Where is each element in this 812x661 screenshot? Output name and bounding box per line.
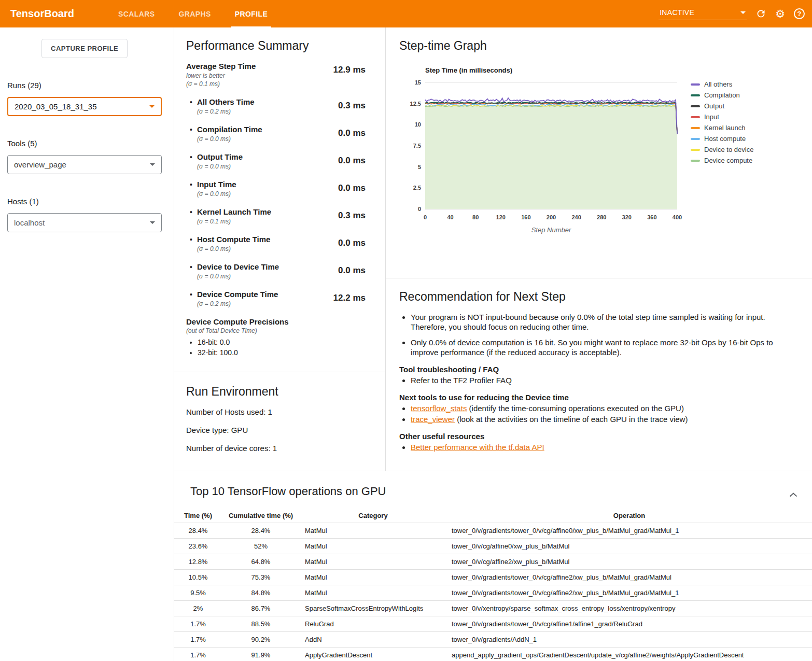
legend-item: Input (691, 111, 753, 122)
rec-link[interactable]: trace_viewer (411, 415, 455, 424)
performance-summary-list: • Average Step Time lower is better (σ =… (186, 61, 366, 308)
col-header-category: Category (300, 509, 446, 523)
hosts-select[interactable]: localhost (7, 213, 162, 232)
table-cell: tower_0/v/gradients/tower_0/v/cg/affine1… (446, 616, 812, 632)
table-cell: tower_0/v/xentropy/sparse_softmax_cross_… (446, 601, 812, 616)
recommendation-subsections: Tool troubleshooting / FAQ Refer to the … (399, 365, 791, 452)
table-row: 12.8%64.8%MatMultower_0/v/cg/affine2/xw_… (174, 554, 812, 570)
recommendation-title: Recommendation for Next Step (399, 290, 791, 304)
runs-select[interactable]: 2020_03_05_18_31_35 (7, 97, 162, 116)
step-time-graph-section: Step-time Graph Step Time (in millisecon… (386, 27, 812, 278)
col-header-operation: Operation (446, 509, 812, 523)
bullet-icon: • (186, 234, 197, 253)
capture-profile-button[interactable]: CAPTURE PROFILE (41, 39, 128, 58)
table-cell: ApplyGradientDescent (300, 648, 446, 661)
bullet-icon: • (186, 207, 197, 226)
bullet-icon: • (186, 179, 197, 198)
perf-item-sigma: (σ = 0.2 ms) (197, 107, 328, 116)
legend-label: Input (704, 113, 719, 121)
legend-item: Device compute (691, 155, 753, 166)
bullet-icon: • (186, 262, 197, 280)
app-title[interactable]: TensorBoard (10, 8, 74, 20)
perf-item-label: Input Time (197, 179, 328, 190)
table-cell: 28.4% (222, 523, 300, 539)
table-row: 23.6%52%MatMultower_0/v/cg/affine0/xw_pl… (174, 539, 812, 554)
rec-item-text: Refer to the TF2 Profiler FAQ (411, 376, 512, 385)
svg-text:360: 360 (647, 214, 656, 220)
svg-text:120: 120 (496, 214, 506, 220)
recommendation-section: Recommendation for Next Step Your progra… (386, 278, 812, 471)
table-cell: 1.7% (174, 648, 222, 661)
legend-label: All others (704, 80, 732, 88)
perf-item-value: 0.3 ms (328, 210, 366, 226)
svg-text:280: 280 (597, 214, 606, 220)
chevron-down-icon (149, 105, 155, 108)
table-cell: 1.7% (174, 616, 222, 632)
run-environment-section: Run Environment Number of Hosts used: 1D… (174, 372, 385, 471)
perf-item-sigma: (σ = 0.0 ms) (197, 162, 328, 171)
table-cell: MatMul (300, 554, 446, 570)
recommendation-bullets: Your program is NOT input-bound because … (399, 312, 791, 357)
settings-gear-icon[interactable]: ⚙ (775, 8, 785, 19)
tools-select[interactable]: overview_page (7, 155, 162, 174)
rec-item: tensorflow_stats (identify the time-cons… (411, 403, 791, 413)
perf-summary-item: • Device Compute Time (σ = 0.2 ms) 12.2 … (186, 289, 366, 308)
perf-summary-item: • Compilation Time (σ = 0.0 ms) 0.0 ms (186, 124, 366, 143)
table-cell: MatMul (300, 585, 446, 601)
svg-text:80: 80 (472, 214, 479, 220)
perf-item-label: Device to Device Time (197, 262, 328, 272)
col-header-cumulative: Cumulative time (%) (222, 509, 300, 523)
table-cell: tower_0/v/gradients/tower_0/v/cg/affine2… (446, 585, 812, 601)
bullet-icon: • (186, 97, 197, 116)
rec-link[interactable]: tensorflow_stats (411, 404, 467, 413)
table-header-row: Time (%) Cumulative time (%) Category Op… (174, 509, 812, 523)
performance-summary-section: Performance Summary • Average Step Time … (174, 27, 385, 372)
rec-section: Tool troubleshooting / FAQ Refer to the … (399, 365, 791, 385)
tools-label: Tools (5) (7, 139, 174, 148)
perf-item-sigma: (σ = 0.0 ms) (197, 190, 328, 198)
chart-title: Step Time (in milliseconds) (425, 66, 682, 74)
perf-item-value: 12.2 ms (328, 293, 366, 308)
tab-profile[interactable]: PROFILE (223, 0, 279, 27)
perf-item-label: Device Compute Time (197, 289, 328, 300)
legend-item: All others (691, 79, 753, 90)
table-cell: tower_0/v/cg/affine0/xw_plus_b/MatMul (446, 539, 812, 554)
status-select[interactable]: INACTIVE (659, 7, 747, 20)
table-row: 1.7%91.9%ApplyGradientDescentappend_appl… (174, 648, 812, 661)
svg-text:400: 400 (673, 214, 682, 220)
legend-swatch (691, 94, 700, 96)
help-icon[interactable]: ? (794, 8, 805, 19)
precision-item: 32-bit: 100.0 (198, 347, 366, 358)
chart-plot-area: Step Time (in milliseconds) 02.557.51012… (399, 66, 682, 237)
svg-text:320: 320 (622, 214, 632, 220)
performance-summary-title: Performance Summary (186, 39, 366, 53)
perf-summary-item: • Input Time (σ = 0.0 ms) 0.0 ms (186, 179, 366, 198)
recommendation-bullet: Your program is NOT input-bound because … (411, 312, 791, 332)
svg-text:0: 0 (424, 214, 427, 220)
run-env-line: Number of device cores: 1 (186, 443, 373, 453)
chevron-down-icon (150, 221, 155, 224)
rec-item-text: (identify the time-consuming operations … (469, 404, 684, 413)
run-environment-title: Run Environment (186, 385, 373, 399)
tab-scalars[interactable]: SCALARS (106, 0, 166, 27)
collapse-chevron-icon[interactable] (789, 490, 797, 499)
refresh-icon[interactable] (755, 8, 766, 19)
svg-text:7.5: 7.5 (413, 143, 421, 149)
perf-item-value: 0.0 ms (328, 265, 366, 280)
table-cell: 84.8% (222, 585, 300, 601)
legend-item: Compilation (691, 90, 753, 101)
table-row: 1.7%90.2%AddNtower_0/v/gradients/AddN_1 (174, 632, 812, 648)
table-cell: tower_0/v/gradients/AddN_1 (446, 632, 812, 648)
rec-section-heading: Other useful resources (399, 432, 791, 441)
perf-item-note: lower is better (186, 72, 328, 80)
svg-text:10: 10 (415, 121, 421, 128)
rec-link[interactable]: Better performance with the tf.data API (411, 443, 544, 452)
table-row: 1.7%88.5%ReluGradtower_0/v/gradients/tow… (174, 616, 812, 632)
table-cell: 86.7% (222, 601, 300, 616)
perf-item-value: 0.0 ms (328, 156, 366, 171)
step-time-line-chart: 02.557.51012.515040801201602002402803203… (399, 78, 682, 235)
table-cell: 91.9% (222, 648, 300, 661)
hosts-select-value: localhost (14, 218, 45, 227)
status-select-value: INACTIVE (660, 8, 694, 17)
tab-graphs[interactable]: GRAPHS (166, 0, 222, 27)
